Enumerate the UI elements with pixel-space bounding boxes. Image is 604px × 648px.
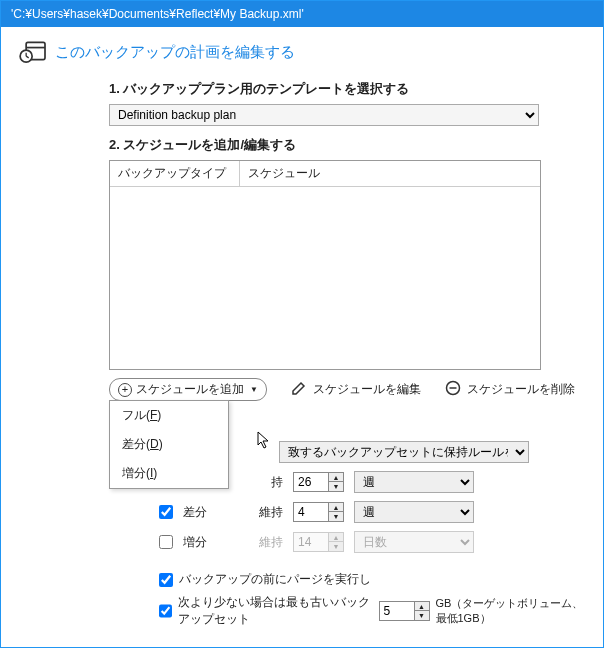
retention-rule-select[interactable]: 致するバックアップセットに保持ルールを適用 [279, 441, 529, 463]
col-schedule[interactable]: スケジュール [240, 161, 540, 186]
add-schedule-label: スケジュールを追加 [136, 381, 244, 398]
extra-options: バックアップの前にパージを実行し 次より少ない場合は最も古いバックアップセット … [159, 571, 585, 628]
col-backup-type[interactable]: バックアップタイプ [110, 161, 240, 186]
calendar-clock-icon [19, 39, 47, 66]
oldest-set-row: 次より少ない場合は最も古いバックアップセット ▲▼ GB（ターゲットボリューム、… [159, 594, 585, 628]
retention-label-1: 差分 [183, 504, 223, 521]
retention-row-1: 差分維持▲▼週 [159, 501, 585, 523]
oldest-checkbox[interactable] [159, 604, 172, 618]
spin-up: ▲ [329, 533, 343, 542]
spin-down[interactable]: ▼ [329, 512, 343, 521]
min-gb-spinner[interactable]: ▲▼ [379, 601, 430, 621]
schedule-table: バックアップタイプ スケジュール [109, 160, 541, 370]
min-gb-input[interactable] [380, 602, 414, 620]
retention-unit-0[interactable]: 週 [354, 471, 474, 493]
add-schedule-button[interactable]: + スケジュールを追加 ▼ [109, 378, 267, 401]
retention-spinner-0[interactable]: ▲▼ [293, 472, 344, 492]
main-content: このバックアップの計画を編集する 1. バックアッププラン用のテンプレートを選択… [1, 27, 603, 648]
delete-schedule-label: スケジュールを削除 [467, 381, 575, 398]
spin-down: ▼ [329, 542, 343, 551]
spin-up[interactable]: ▲ [329, 473, 343, 482]
retention-value-0[interactable] [294, 473, 328, 491]
delete-schedule-button[interactable]: スケジュールを削除 [445, 380, 575, 399]
retention-value-1[interactable] [294, 503, 328, 521]
purge-label: バックアップの前にパージを実行し [179, 571, 371, 588]
retention-value-2 [294, 533, 328, 551]
section1-heading: 1. バックアッププラン用のテンプレートを選択する [109, 80, 585, 98]
oldest-label: 次より少ない場合は最も古いバックアップセット [178, 594, 373, 628]
chevron-down-icon: ▼ [250, 385, 258, 394]
section-schedule: 2. スケジュールを追加/編集する バックアップタイプ スケジュール + スケジ… [109, 136, 585, 401]
spin-down[interactable]: ▼ [329, 482, 343, 491]
gb-suffix-label: GB（ターゲットボリューム、最低1GB） [436, 596, 586, 626]
page-header: このバックアップの計画を編集する [19, 39, 585, 66]
retention-keep-0: 持 [233, 474, 283, 491]
dropdown-full[interactable]: フル(F) [110, 401, 228, 430]
retention-row-2: 増分維持▲▼日数 [159, 531, 585, 553]
retention-unit-2: 日数 [354, 531, 474, 553]
retention-unit-1[interactable]: 週 [354, 501, 474, 523]
retention-checkbox-2[interactable] [159, 535, 173, 549]
edit-schedule-button[interactable]: スケジュールを編集 [291, 380, 421, 399]
pencil-icon [291, 380, 307, 399]
schedule-buttons-row: + スケジュールを追加 ▼ スケジュールを編集 スケジュールを削除 フル(F) … [109, 378, 585, 401]
retention-label-2: 増分 [183, 534, 223, 551]
schedule-table-header: バックアップタイプ スケジュール [110, 161, 540, 187]
edit-schedule-label: スケジュールを編集 [313, 381, 421, 398]
minus-circle-icon [445, 380, 461, 399]
dropdown-diff[interactable]: 差分(D) [110, 430, 228, 459]
retention-keep-2: 維持 [233, 534, 283, 551]
spin-up[interactable]: ▲ [415, 602, 429, 611]
purge-before-backup-row: バックアップの前にパージを実行し [159, 571, 585, 588]
add-schedule-dropdown: フル(F) 差分(D) 増分(I) [109, 400, 229, 489]
dropdown-inc[interactable]: 増分(I) [110, 459, 228, 488]
section2-heading: 2. スケジュールを追加/編集する [109, 136, 585, 154]
retention-checkbox-1[interactable] [159, 505, 173, 519]
retention-keep-1: 維持 [233, 504, 283, 521]
retention-spinner-1[interactable]: ▲▼ [293, 502, 344, 522]
retention-spinner-2: ▲▼ [293, 532, 344, 552]
window-titlebar: 'C:¥Users¥hasek¥Documents¥Reflect¥My Bac… [1, 1, 603, 27]
plus-icon: + [118, 383, 132, 397]
purge-checkbox[interactable] [159, 573, 173, 587]
template-select[interactable]: Definition backup plan [109, 104, 539, 126]
spin-down[interactable]: ▼ [415, 611, 429, 620]
spin-up[interactable]: ▲ [329, 503, 343, 512]
page-title: このバックアップの計画を編集する [55, 43, 295, 62]
section-template: 1. バックアッププラン用のテンプレートを選択する Definition bac… [109, 80, 585, 126]
